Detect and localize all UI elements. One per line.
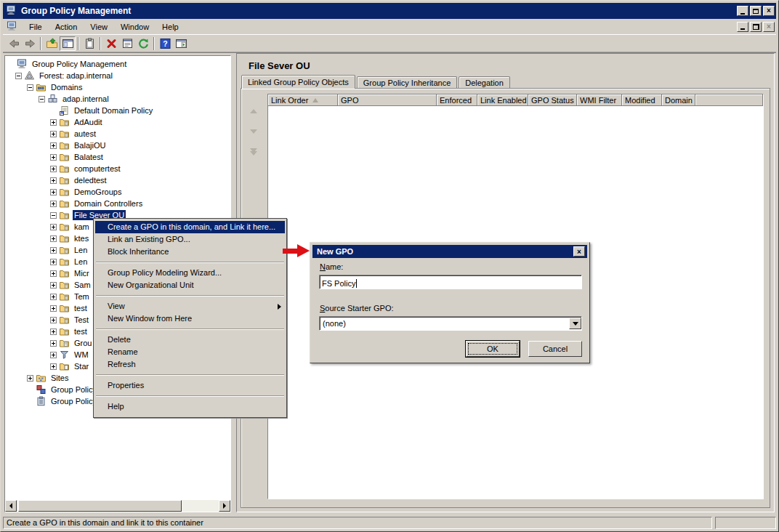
context-menu-help[interactable]: Help bbox=[94, 400, 286, 413]
context-menu-rename[interactable]: Rename bbox=[94, 346, 286, 358]
expand-plus-icon[interactable] bbox=[50, 235, 57, 242]
context-menu-create-a-gpo-in-this-domain-and-link-it-here[interactable]: Create a GPO in this domain, and Link it… bbox=[95, 221, 285, 233]
menu-window[interactable]: Window bbox=[114, 20, 156, 33]
context-menu-group-policy-modeling-wizard[interactable]: Group Policy Modeling Wizard... bbox=[94, 267, 286, 279]
menu-help[interactable]: Help bbox=[156, 20, 185, 33]
expand-plus-icon[interactable] bbox=[50, 305, 57, 312]
text-caret bbox=[356, 279, 357, 288]
source-starter-gpo-select[interactable]: (none) bbox=[319, 316, 582, 331]
action-pane-button[interactable] bbox=[173, 36, 189, 51]
expand-plus-icon[interactable] bbox=[50, 201, 57, 207]
column-header-link-enabled[interactable]: Link Enabled bbox=[477, 94, 528, 106]
expand-plus-icon[interactable] bbox=[50, 177, 57, 184]
column-header-gpo-status[interactable]: GPO Status bbox=[528, 94, 577, 106]
collapse-minus-icon[interactable] bbox=[15, 73, 22, 79]
tab-group-policy-inheritance[interactable]: Group Policy Inheritance bbox=[357, 76, 457, 89]
expand-plus-icon[interactable] bbox=[50, 317, 57, 323]
move-up-button[interactable] bbox=[248, 106, 259, 116]
clipboard-button[interactable] bbox=[81, 36, 97, 51]
context-menu-view[interactable]: View bbox=[94, 300, 286, 313]
tree-item-demogroups[interactable]: DemoGroups bbox=[5, 186, 230, 198]
tree-item-balatest[interactable]: Balatest bbox=[5, 151, 230, 163]
tree-item-adap-internal[interactable]: adap.internal bbox=[5, 93, 230, 105]
menu-file[interactable]: File bbox=[23, 20, 49, 33]
tree-item-domain-controllers[interactable]: Domain Controllers bbox=[5, 198, 230, 209]
expand-plus-icon[interactable] bbox=[50, 340, 57, 347]
tab-linked-group-policy-objects[interactable]: Linked Group Policy Objects bbox=[241, 75, 355, 89]
maximize-button[interactable] bbox=[750, 6, 762, 16]
mdi-minimize-button[interactable] bbox=[737, 22, 748, 32]
tree-item-forest-adap-internal[interactable]: Forest: adap.internal bbox=[5, 70, 230, 81]
expand-plus-icon[interactable] bbox=[50, 224, 57, 230]
expand-plus-icon[interactable] bbox=[50, 282, 57, 289]
back-button[interactable] bbox=[6, 36, 22, 51]
tree-item-balajiou[interactable]: BalajiOU bbox=[5, 140, 230, 151]
column-header-enforced[interactable]: Enforced bbox=[437, 94, 477, 106]
expand-plus-icon[interactable] bbox=[50, 352, 57, 358]
gpo-name-input[interactable]: FS Policy bbox=[319, 275, 582, 289]
help-button[interactable]: ? bbox=[157, 36, 173, 51]
properties-button[interactable] bbox=[119, 36, 135, 51]
context-menu-delete[interactable]: Delete bbox=[94, 334, 286, 346]
collapse-minus-icon[interactable] bbox=[27, 84, 33, 91]
menu-action[interactable]: Action bbox=[49, 20, 84, 33]
expand-plus-icon[interactable] bbox=[50, 259, 57, 265]
context-menu-block-inheritance[interactable]: Block Inheritance bbox=[94, 246, 286, 258]
context-menu-properties[interactable]: Properties bbox=[94, 379, 286, 392]
tree-item-group-policy-management[interactable]: Group Policy Management bbox=[5, 58, 230, 70]
mdi-close-button[interactable]: × bbox=[763, 22, 775, 32]
collapse-minus-icon[interactable] bbox=[39, 96, 45, 102]
expand-plus-icon[interactable] bbox=[50, 247, 57, 254]
context-menu-link-an-existing-gpo[interactable]: Link an Existing GPO... bbox=[94, 233, 286, 246]
expand-plus-icon[interactable] bbox=[50, 329, 57, 335]
ou-icon bbox=[59, 303, 70, 313]
expand-plus-icon[interactable] bbox=[50, 363, 57, 370]
dialog-close-button[interactable]: × bbox=[573, 246, 585, 257]
up-folder-button[interactable] bbox=[44, 36, 60, 51]
tree-item-computertest[interactable]: computertest bbox=[5, 163, 230, 174]
expand-plus-icon[interactable] bbox=[50, 294, 57, 300]
expand-plus-icon[interactable] bbox=[50, 270, 57, 277]
tree-item-adaudit[interactable]: AdAudit bbox=[5, 116, 230, 128]
gpo-folder-icon bbox=[59, 338, 70, 348]
move-down-button[interactable] bbox=[248, 126, 259, 137]
tree-item-domains[interactable]: Domains bbox=[5, 81, 230, 93]
console-tree-button[interactable] bbox=[60, 36, 76, 51]
refresh-button[interactable] bbox=[135, 36, 151, 51]
column-header-domain[interactable]: Domain bbox=[662, 94, 695, 106]
context-menu-refresh[interactable]: Refresh bbox=[94, 358, 286, 371]
horizontal-scrollbar[interactable] bbox=[5, 500, 230, 512]
tab-delegation[interactable]: Delegation bbox=[459, 76, 510, 89]
expand-plus-icon[interactable] bbox=[50, 142, 57, 149]
forward-button[interactable] bbox=[22, 36, 38, 51]
column-header-link-order[interactable]: Link Order bbox=[268, 94, 338, 106]
scroll-right-button[interactable] bbox=[219, 500, 230, 512]
mdi-restore-button[interactable] bbox=[750, 22, 762, 32]
expand-plus-icon[interactable] bbox=[27, 375, 33, 382]
cancel-button[interactable]: Cancel bbox=[528, 341, 582, 357]
expand-plus-icon[interactable] bbox=[50, 154, 57, 161]
scrollbar-track[interactable] bbox=[17, 500, 219, 512]
context-menu-new-window-from-here[interactable]: New Window from Here bbox=[94, 313, 286, 325]
context-menu-new-organizational-unit[interactable]: New Organizational Unit bbox=[94, 279, 286, 291]
ok-button[interactable]: OK bbox=[466, 341, 520, 357]
chevron-down-icon[interactable] bbox=[569, 318, 581, 329]
close-button[interactable]: × bbox=[763, 6, 775, 16]
delete-button[interactable] bbox=[103, 36, 119, 51]
menu-view[interactable]: View bbox=[84, 20, 114, 33]
scrollbar-thumb[interactable] bbox=[18, 500, 182, 512]
expand-plus-icon[interactable] bbox=[50, 119, 57, 126]
tree-item-autest[interactable]: autest bbox=[5, 128, 230, 140]
scroll-left-button[interactable] bbox=[5, 500, 17, 512]
tree-item-deledtest[interactable]: deledtest bbox=[5, 174, 230, 186]
expand-plus-icon[interactable] bbox=[50, 166, 57, 172]
minimize-button[interactable] bbox=[737, 6, 748, 16]
move-bottom-button[interactable] bbox=[248, 147, 259, 157]
column-header-gpo[interactable]: GPO bbox=[338, 94, 437, 106]
expand-plus-icon[interactable] bbox=[50, 189, 57, 196]
column-header-wmi-filter[interactable]: WMI Filter bbox=[577, 94, 622, 106]
collapse-minus-icon[interactable] bbox=[50, 212, 57, 219]
column-header-modified[interactable]: Modified bbox=[622, 94, 662, 106]
tree-item-default-domain-policy[interactable]: Default Domain Policy bbox=[5, 105, 230, 116]
expand-plus-icon[interactable] bbox=[50, 131, 57, 137]
